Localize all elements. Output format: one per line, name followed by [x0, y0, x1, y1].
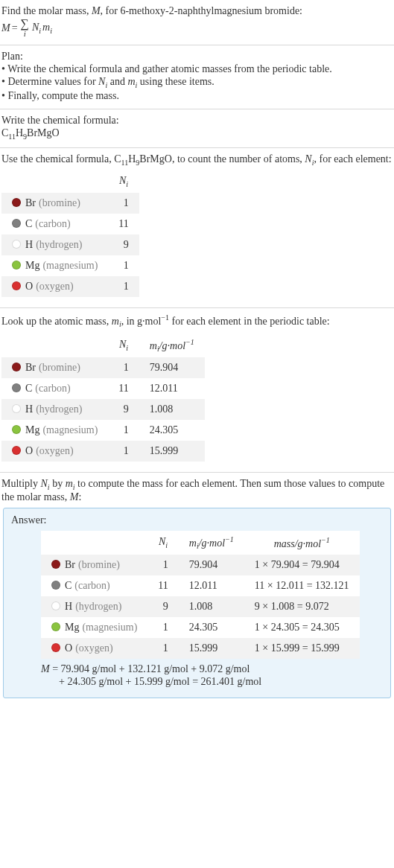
mass-table: Ni mi/g·mol−1 Br(bromine)179.904C(carbon…	[1, 334, 205, 462]
sigma-icon: ∑	[21, 18, 29, 30]
element-cell: H(hydrogen)	[41, 596, 147, 617]
element-cell: Mg(magnesium)	[41, 617, 147, 638]
text: Multiply	[1, 478, 41, 489]
mass-section: Look up the atomic mass, mi, in g·mol−1 …	[0, 308, 394, 473]
var-N: N	[119, 339, 126, 350]
element-symbol: H	[25, 239, 33, 250]
count-cell: 1	[108, 357, 139, 378]
count-cell: 11	[108, 214, 139, 234]
table-header-mi: mi/g·mol−1	[179, 531, 244, 555]
intro-formula: M = ∑ i Ni mi	[1, 18, 393, 38]
mi-cell: 12.011	[179, 575, 244, 596]
intro-section: Find the molar mass, M, for 6-methoxy-2-…	[0, 0, 394, 45]
superscript: −1	[161, 313, 169, 322]
table-row: Mg(magnesium)124.305	[1, 420, 205, 441]
count-text: Use the chemical formula, C11H9BrMgO, to…	[1, 153, 393, 167]
final-text: Multiply Ni by mi to compute the mass fo…	[1, 478, 393, 503]
text: for each element in the periodic table:	[169, 316, 330, 327]
element-symbol: O	[25, 445, 33, 456]
element-cell: O(oxygen)	[41, 638, 147, 659]
count-cell: 1	[108, 420, 139, 441]
element-cell: Br(bromine)	[41, 555, 147, 575]
element-swatch-icon	[12, 404, 21, 413]
var-N: N	[159, 536, 165, 547]
element-cell: Mg(magnesium)	[1, 255, 108, 276]
plan-title: Plan:	[1, 51, 393, 63]
table-header-mass: mass/g·mol−1	[244, 531, 360, 555]
var-N: N	[32, 22, 39, 33]
element-cell: H(hydrogen)	[1, 234, 108, 255]
plan-bullet: • Finally, compute the mass.	[1, 90, 393, 102]
table-row: H(hydrogen)91.0089 × 1.008 = 9.072	[41, 596, 360, 617]
table-row: O(oxygen)115.999	[1, 441, 205, 462]
mass-cell: 79.904	[139, 357, 205, 378]
table-header-empty	[1, 334, 108, 357]
table-row: C(carbon)11	[1, 214, 139, 234]
table-header-mi: mi/g·mol−1	[139, 334, 205, 357]
text: • Determine values for	[1, 76, 98, 87]
var-m: m	[42, 22, 50, 33]
element-name: (carbon)	[74, 580, 109, 591]
result-line1: M = 79.904 g/mol + 132.121 g/mol + 9.072…	[41, 663, 383, 675]
chemical-formula: C11H9BrMgO	[1, 127, 393, 141]
subscript: 11	[121, 158, 129, 166]
table-row: Br(bromine)179.904	[1, 357, 205, 378]
plan-bullet: • Write the chemical formula and gather …	[1, 63, 393, 75]
var-m: m	[112, 316, 119, 327]
element-name: (magnesium)	[42, 424, 98, 435]
var-M: M	[70, 491, 79, 502]
var-m: m	[189, 537, 197, 549]
subscript: i	[50, 26, 52, 34]
text: , in g·mol	[121, 316, 162, 327]
element-swatch-icon	[12, 446, 21, 455]
answer-inner: Ni mi/g·mol−1 mass/g·mol−1 Br(bromine)17…	[11, 531, 383, 688]
element-symbol: Mg	[25, 260, 39, 271]
element-name: (magnesium)	[42, 260, 98, 271]
count-cell: 1	[147, 617, 178, 638]
count-cell: 11	[108, 378, 139, 399]
element-swatch-icon	[12, 281, 21, 290]
count-cell: 9	[147, 596, 178, 617]
element-symbol: Mg	[25, 424, 39, 435]
table-row: C(carbon)1112.011	[1, 378, 205, 399]
mass-calc-cell: 9 × 1.008 = 9.072	[244, 596, 360, 617]
text: and	[107, 76, 127, 87]
text: using these items.	[137, 76, 214, 87]
element-symbol: Br	[25, 362, 36, 373]
table-header-empty	[1, 170, 108, 193]
element-swatch-icon	[51, 601, 60, 610]
element-symbol: C	[25, 218, 32, 229]
text: C	[1, 127, 8, 138]
count-cell: 1	[147, 638, 178, 659]
count-cell: 1	[108, 441, 139, 462]
var-M: M	[41, 663, 50, 674]
superscript: −1	[185, 338, 194, 346]
element-swatch-icon	[12, 425, 21, 434]
superscript: −1	[321, 536, 330, 544]
text: BrMgO, to count the number of atoms,	[139, 153, 305, 165]
var-N: N	[41, 478, 48, 489]
subscript: i	[126, 180, 128, 188]
text: , for each element:	[314, 153, 391, 165]
element-swatch-icon	[51, 581, 60, 590]
element-name: (bromine)	[39, 197, 80, 208]
unit: /g·mol	[199, 537, 225, 549]
text: Find the molar mass,	[1, 5, 92, 16]
element-cell: Br(bromine)	[1, 193, 108, 214]
count-cell: 9	[108, 234, 139, 255]
element-cell: C(carbon)	[41, 575, 147, 596]
element-cell: O(oxygen)	[1, 441, 108, 462]
mass-calc-cell: 11 × 12.011 = 132.121	[244, 575, 360, 596]
element-symbol: O	[65, 642, 72, 654]
mass-calc-cell: 1 × 79.904 = 79.904	[244, 555, 360, 575]
text: :	[78, 491, 81, 502]
count-table: Ni Br(bromine)1C(carbon)11H(hydrogen)9Mg…	[1, 170, 139, 297]
element-cell: C(carbon)	[1, 378, 108, 399]
intro-line1: Find the molar mass, M, for 6-methoxy-2-…	[1, 5, 393, 17]
element-symbol: O	[25, 281, 33, 292]
count-cell: 9	[108, 399, 139, 420]
text: = 79.904 g/mol + 132.121 g/mol + 9.072 g…	[50, 663, 250, 674]
text: Look up the atomic mass,	[1, 316, 112, 327]
plan-bullet: • Determine values for Ni and mi using t…	[1, 76, 393, 89]
unit: /g·mol	[159, 339, 185, 351]
